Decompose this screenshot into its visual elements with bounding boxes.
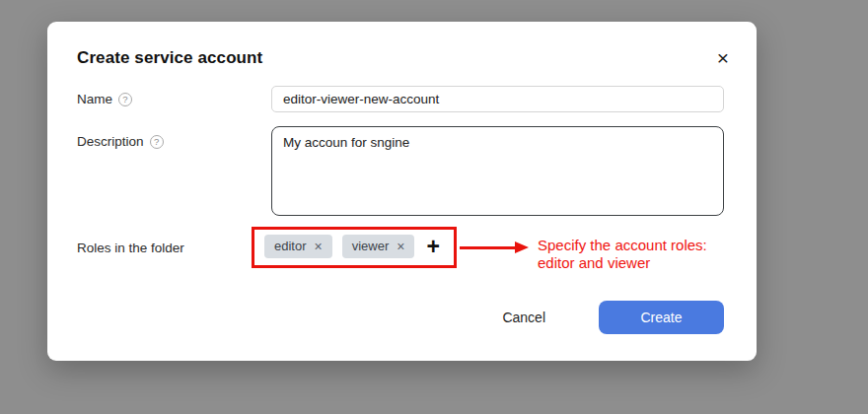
roles-label: Roles in the folder: [77, 241, 184, 255]
role-chip-label: viewer: [352, 239, 390, 253]
description-label-text: Description: [77, 134, 144, 149]
remove-role-icon[interactable]: ×: [397, 240, 404, 253]
description-textarea[interactable]: My accoun for sngine: [271, 126, 724, 216]
close-icon[interactable]: ×: [709, 43, 737, 71]
create-service-account-dialog: Create service account × Name ? Descript…: [47, 22, 757, 361]
dialog-title: Create service account: [77, 48, 262, 68]
create-button[interactable]: Create: [599, 301, 724, 334]
role-chip-label: editor: [274, 239, 307, 253]
name-label: Name ?: [77, 92, 132, 106]
add-role-button[interactable]: +: [424, 236, 441, 258]
name-input[interactable]: [271, 86, 724, 112]
description-help-icon[interactable]: ?: [150, 135, 164, 149]
role-chip-viewer[interactable]: viewer ×: [342, 235, 415, 258]
role-chip-editor[interactable]: editor ×: [264, 235, 332, 258]
name-help-icon[interactable]: ?: [118, 93, 132, 106]
remove-role-icon[interactable]: ×: [315, 240, 323, 253]
dialog-actions: Cancel Create: [502, 301, 724, 334]
cancel-button[interactable]: Cancel: [502, 310, 545, 325]
roles-chips-row: editor × viewer × +: [264, 235, 442, 258]
name-label-text: Name: [77, 92, 112, 106]
roles-label-text: Roles in the folder: [77, 241, 184, 255]
description-label: Description ?: [77, 134, 164, 149]
